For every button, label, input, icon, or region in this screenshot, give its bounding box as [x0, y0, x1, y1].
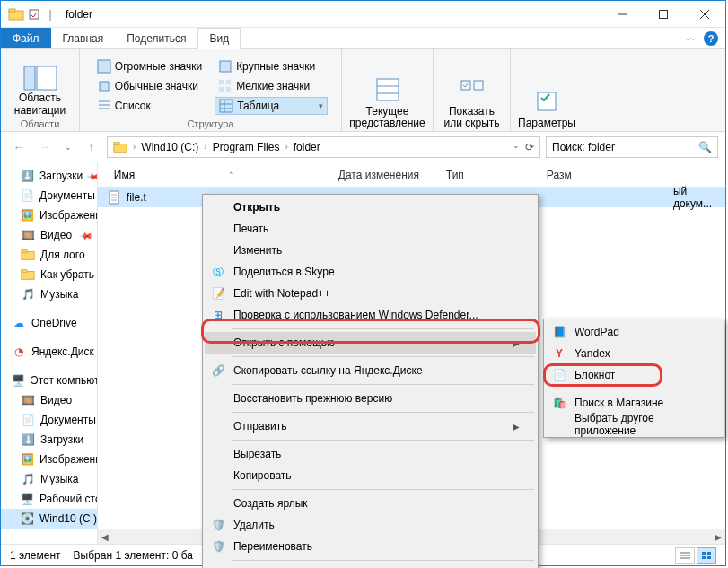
sub-other[interactable]: Выбрать другое приложение — [546, 414, 722, 435]
svg-rect-7 — [24, 66, 35, 90]
tree-thispc[interactable]: 🖥️Этот компьютер — [1, 371, 97, 390]
col-type[interactable]: Тип — [439, 169, 539, 181]
ctx-shortcut[interactable]: Создать ярлык — [205, 493, 536, 514]
layout-list[interactable]: Список — [93, 97, 206, 115]
column-headers[interactable]: Имя⌃ Дата изменения Тип Разм — [98, 162, 725, 188]
tree-forlogo[interactable]: Для лого — [1, 245, 97, 265]
tree-music[interactable]: 🎵Музыка — [1, 284, 97, 304]
layout-huge[interactable]: Огромные значки — [93, 57, 206, 75]
layout-options: Огромные значки Крупные значки Обычные з… — [90, 56, 331, 117]
navigation-pane-button[interactable]: Область навигации — [4, 61, 76, 117]
ctx-skype[interactable]: ⓈПоделиться в Skype — [205, 261, 536, 283]
ctx-print[interactable]: Печать — [205, 218, 536, 240]
ctx-delete[interactable]: 🛡️Удалить — [205, 514, 536, 536]
svg-rect-8 — [37, 66, 57, 90]
refresh-icon[interactable]: ⟳ — [525, 141, 534, 153]
skype-icon: Ⓢ — [210, 264, 226, 280]
tree-documents2[interactable]: 📄Документы — [1, 410, 97, 430]
history-dropdown[interactable]: ⌄ — [62, 136, 75, 158]
sub-store[interactable]: 🛍️Поиск в Магазине — [546, 392, 722, 414]
tree-video2[interactable]: 🎞️Видео — [1, 390, 97, 410]
tree-documents[interactable]: 📄Документы📌 — [1, 186, 97, 205]
ctx-send[interactable]: Отправить▶ — [205, 415, 536, 437]
maximize-button[interactable] — [643, 1, 684, 28]
layout-normal[interactable]: Обычные значки — [93, 77, 206, 95]
svg-rect-31 — [22, 251, 34, 259]
sub-wordpad[interactable]: 📘WordPad — [546, 321, 722, 343]
ctx-copy[interactable]: Копировать — [205, 465, 536, 486]
tree-howto[interactable]: Как убрать паро — [1, 265, 97, 284]
svg-rect-11 — [100, 82, 109, 91]
svg-rect-4 — [660, 10, 668, 18]
svg-rect-27 — [474, 81, 483, 90]
ribbon-collapse-icon[interactable]: ︿ — [687, 32, 695, 44]
tab-view[interactable]: Вид — [197, 28, 241, 49]
forward-button[interactable]: → — [35, 136, 57, 158]
svg-rect-44 — [702, 556, 706, 559]
ctx-open[interactable]: Открыть — [205, 197, 536, 218]
layout-small[interactable]: Мелкие значки — [215, 77, 328, 95]
svg-rect-32 — [22, 250, 27, 253]
address-dropdown-icon[interactable]: ⌄ — [513, 141, 520, 153]
layout-large[interactable]: Крупные значки — [215, 57, 328, 75]
tree-downloads2[interactable]: ⬇️Загрузки — [1, 430, 97, 450]
col-date[interactable]: Дата изменения — [331, 169, 439, 181]
up-button[interactable]: ↑ — [80, 136, 101, 158]
svg-rect-45 — [707, 556, 711, 559]
search-input[interactable]: Поиск: folder 🔍 — [546, 136, 718, 158]
layout-table[interactable]: Таблица▾ — [215, 97, 328, 115]
sub-notepad[interactable]: 📄Блокнот — [546, 364, 722, 386]
tab-home[interactable]: Главная — [51, 28, 116, 48]
ctx-properties[interactable]: Свойства — [205, 564, 536, 568]
svg-rect-23 — [377, 79, 399, 100]
ctx-restore[interactable]: Восстановить прежнюю версию — [205, 388, 536, 409]
crumb-folder[interactable]: folder — [290, 141, 324, 153]
sub-yandex[interactable]: YYandex — [546, 343, 722, 364]
ctx-edit[interactable]: Изменить — [205, 240, 536, 261]
nav-tree[interactable]: ⬇️Загрузки📌 📄Документы📌 🖼️Изображени📌 🎞️… — [1, 162, 98, 544]
tree-desktop[interactable]: 🖥️Рабочий стол — [1, 489, 97, 509]
svg-rect-19 — [220, 100, 232, 112]
ctx-open-with[interactable]: Открыть с помощью▶ — [205, 332, 536, 354]
app-icon — [6, 4, 26, 24]
minimize-button[interactable] — [601, 1, 643, 28]
yandex-icon: Y — [551, 345, 567, 362]
back-button[interactable]: ← — [8, 136, 30, 158]
current-view-button[interactable]: Текущее представление — [343, 72, 433, 129]
tree-images[interactable]: 🖼️Изображени📌 — [1, 205, 97, 225]
tree-video[interactable]: 🎞️Видео📌 — [1, 225, 97, 245]
ctx-rename[interactable]: 🛡️Переименовать — [205, 536, 536, 557]
close-button[interactable] — [684, 1, 725, 28]
ctx-defender[interactable]: ⊞Проверка с использованием Windows Defen… — [205, 304, 536, 326]
notepad-icon: 📄 — [551, 367, 567, 383]
tree-onedrive[interactable]: ☁OneDrive — [1, 313, 97, 333]
crumb-drive[interactable]: Wind10 (C:) — [137, 141, 202, 153]
ctx-cut[interactable]: Вырезать — [205, 443, 536, 465]
quickaccess-save-icon[interactable] — [26, 9, 42, 20]
tree-cdrive[interactable]: 💽Wind10 (C:) — [1, 509, 97, 529]
svg-rect-30 — [114, 142, 119, 144]
col-size[interactable]: Разм — [539, 169, 725, 181]
breadcrumb[interactable]: › Wind10 (C:)› Program Files› folder ⌄⟳ — [107, 136, 540, 158]
col-name[interactable]: Имя⌃ — [107, 169, 331, 181]
search-placeholder: Поиск: folder — [552, 141, 695, 153]
tree-downloads[interactable]: ⬇️Загрузки📌 — [1, 166, 97, 186]
tree-yadisk[interactable]: ◔Яндекс.Диск — [1, 342, 97, 362]
shield-icon: 🛡️ — [210, 517, 226, 533]
crumb-programfiles[interactable]: Program Files — [209, 141, 284, 153]
view-icons-icon[interactable] — [697, 547, 716, 564]
tab-file[interactable]: Файл — [1, 28, 51, 48]
view-details-icon[interactable] — [675, 547, 695, 564]
tree-images2[interactable]: 🖼️Изображения — [1, 450, 97, 469]
svg-rect-12 — [219, 80, 224, 84]
tab-share[interactable]: Поделиться — [115, 28, 197, 48]
link-icon: 🔗 — [210, 363, 226, 379]
defender-icon: ⊞ — [210, 307, 226, 323]
wordpad-icon: 📘 — [551, 324, 567, 340]
help-icon[interactable]: ? — [704, 31, 718, 46]
ctx-yandex-link[interactable]: 🔗Скопировать ссылку на Яндекс.Диске — [205, 360, 536, 381]
ctx-notepadpp[interactable]: 📝Edit with Notepad++ — [205, 283, 536, 304]
tree-music2[interactable]: 🎵Музыка — [1, 469, 97, 489]
quickaccess-dropdown-icon[interactable]: | — [42, 8, 58, 21]
options-button[interactable]: Параметры — [502, 83, 592, 129]
